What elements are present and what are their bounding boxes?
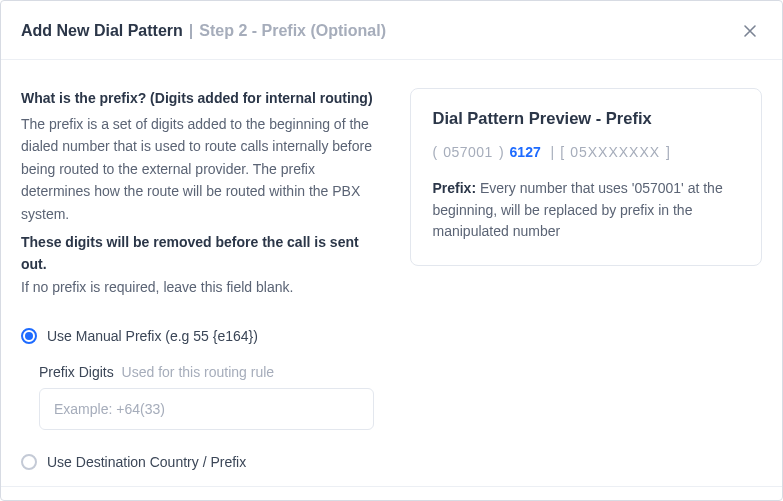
form-column: What is the prefix? (Digits added for in…	[21, 88, 374, 476]
modal-body: What is the prefix? (Digits added for in…	[1, 60, 782, 486]
preview-card: Dial Pattern Preview - Prefix ( 057001 )…	[410, 88, 763, 266]
blank-notice: If no prefix is required, leave this fie…	[21, 276, 374, 298]
dial-pattern-modal: Add New Dial Pattern | Step 2 - Prefix (…	[0, 0, 783, 501]
bracket-close: ]	[666, 144, 670, 160]
radio-manual-prefix[interactable]: Use Manual Prefix (e.g 55 {e164})	[21, 322, 374, 350]
title-separator: |	[189, 22, 193, 40]
title-main: Add New Dial Pattern	[21, 22, 183, 40]
radio-icon	[21, 328, 37, 344]
title-step: Step 2 - Prefix (Optional)	[199, 22, 386, 40]
radio-manual-label: Use Manual Prefix (e.g 55 {e164})	[47, 328, 258, 344]
removal-notice: These digits will be removed before the …	[21, 231, 374, 276]
field-label: Prefix Digits	[39, 364, 114, 380]
bracket-open: [	[560, 144, 564, 160]
pattern-prefix: 6127	[510, 144, 541, 160]
pattern-line: ( 057001 ) 6127 | [ 05XXXXXXX ]	[433, 144, 740, 160]
close-icon[interactable]	[738, 19, 762, 43]
field-hint: Used for this routing rule	[122, 364, 275, 380]
pattern-mask: 05XXXXXXX	[570, 144, 660, 160]
preview-title: Dial Pattern Preview - Prefix	[433, 109, 740, 128]
prefix-digits-field: Prefix Digits Used for this routing rule	[39, 364, 374, 430]
field-label-row: Prefix Digits Used for this routing rule	[39, 364, 374, 380]
prefix-desc-label: Prefix:	[433, 180, 477, 196]
prefix-description: Prefix: Every number that uses '057001' …	[433, 178, 740, 243]
pattern-prepend: 057001	[443, 144, 493, 160]
explanation-text: The prefix is a set of digits added to t…	[21, 113, 374, 225]
paren-close: )	[499, 144, 504, 160]
question-heading: What is the prefix? (Digits added for in…	[21, 88, 374, 109]
modal-header: Add New Dial Pattern | Step 2 - Prefix (…	[1, 1, 782, 60]
preview-column: Dial Pattern Preview - Prefix ( 057001 )…	[410, 88, 763, 266]
radio-icon	[21, 454, 37, 470]
radio-destination-country[interactable]: Use Destination Country / Prefix	[21, 448, 374, 476]
modal-footer: Close Next	[1, 486, 782, 501]
radio-dest-label: Use Destination Country / Prefix	[47, 454, 246, 470]
prefix-desc-text: Every number that uses '057001' at the b…	[433, 180, 723, 239]
modal-title: Add New Dial Pattern | Step 2 - Prefix (…	[21, 22, 386, 40]
prefix-digits-input[interactable]	[39, 388, 374, 430]
paren-open: (	[433, 144, 438, 160]
pipe-sep: |	[547, 144, 555, 160]
